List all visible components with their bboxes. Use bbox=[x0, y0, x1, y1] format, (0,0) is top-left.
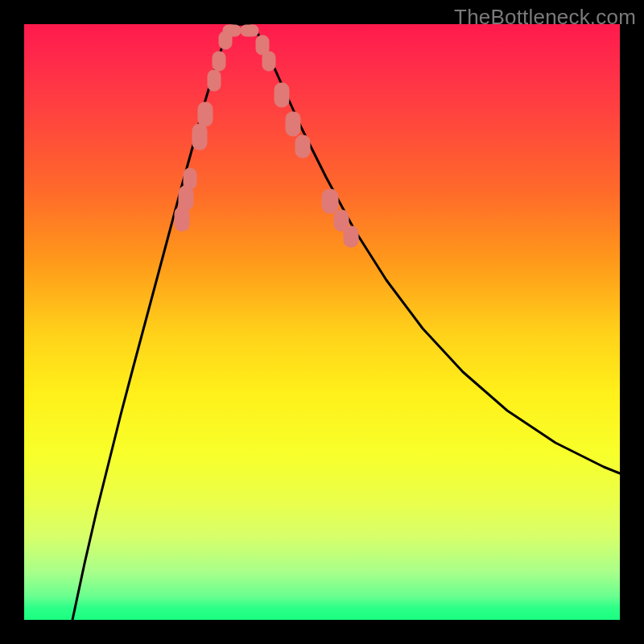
highlight-marker bbox=[275, 83, 289, 107]
highlight-marker bbox=[344, 226, 358, 247]
plot-area bbox=[24, 24, 620, 620]
highlight-marker bbox=[208, 70, 221, 91]
curve-svg bbox=[24, 24, 620, 620]
highlight-marker bbox=[223, 25, 241, 36]
highlight-marker bbox=[175, 207, 189, 231]
highlight-marker bbox=[179, 186, 193, 210]
highlight-marker bbox=[286, 112, 300, 136]
highlight-marker bbox=[198, 102, 213, 126]
highlight-marker bbox=[262, 52, 275, 71]
highlight-marker bbox=[241, 25, 258, 36]
highlight-marker bbox=[295, 135, 310, 158]
highlight-marker bbox=[184, 168, 196, 189]
highlight-marker bbox=[192, 124, 207, 150]
watermark-text: TheBottleneck.com bbox=[454, 5, 636, 30]
highlight-marker bbox=[213, 52, 225, 71]
chart-frame: TheBottleneck.com bbox=[0, 0, 644, 644]
highlight-marker bbox=[322, 189, 338, 213]
bottleneck-curve bbox=[72, 24, 620, 620]
highlight-markers bbox=[175, 25, 358, 247]
